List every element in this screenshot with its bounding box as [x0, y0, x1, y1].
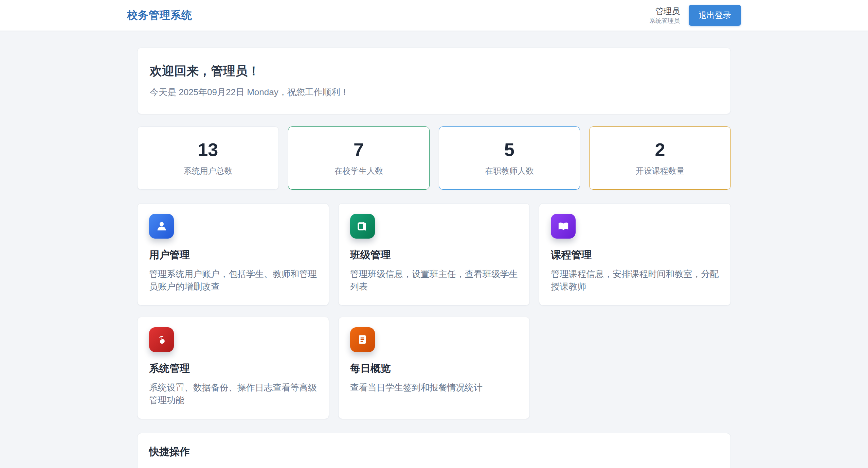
stat-label: 开设课程数量	[596, 166, 724, 176]
feature-description: 查看当日学生签到和报餐情况统计	[350, 381, 518, 394]
quick-actions-card: 快捷操作 添加用户 数据备份 查看日志	[137, 433, 731, 468]
logout-button[interactable]: 退出登录	[689, 5, 741, 26]
stat-value: 5	[446, 139, 573, 160]
stat-label: 系统用户总数	[144, 166, 272, 176]
stat-label: 在校学生人数	[295, 166, 422, 176]
user-icon	[149, 214, 174, 239]
open-book-icon	[551, 214, 576, 239]
divider	[149, 467, 719, 467]
stats-grid: 13 系统用户总数 7 在校学生人数 5 在职教师人数 2 开设课程数量	[137, 126, 731, 190]
quick-actions-title: 快捷操作	[149, 445, 719, 459]
stat-value: 13	[144, 139, 272, 160]
feature-description: 管理班级信息，设置班主任，查看班级学生列表	[350, 268, 518, 293]
feature-card-class-management[interactable]: 班级管理 管理班级信息，设置班主任，查看班级学生列表	[338, 203, 530, 306]
daily-report-icon	[350, 327, 375, 352]
feature-title: 系统管理	[149, 362, 317, 376]
user-info: 管理员 系统管理员	[649, 6, 680, 25]
feature-title: 用户管理	[149, 248, 317, 262]
user-role: 系统管理员	[649, 17, 680, 25]
app-title: 校务管理系统	[127, 8, 192, 22]
feature-card-course-management[interactable]: 课程管理 管理课程信息，安排课程时间和教室，分配授课教师	[539, 203, 731, 306]
classroom-door-icon	[350, 214, 375, 239]
feature-title: 班级管理	[350, 248, 518, 262]
stat-card-students: 7 在校学生人数	[288, 126, 430, 190]
stat-card-courses: 2 开设课程数量	[589, 126, 731, 190]
feature-card-daily-overview[interactable]: 每日概览 查看当日学生签到和报餐情况统计	[338, 317, 530, 419]
app-header: 校务管理系统 管理员 系统管理员 退出登录	[0, 0, 868, 31]
stat-value: 7	[295, 139, 422, 160]
welcome-card: 欢迎回来，管理员！ 今天是 2025年09月22日 Monday，祝您工作顺利！	[137, 48, 731, 114]
stat-value: 2	[596, 139, 724, 160]
stat-card-users: 13 系统用户总数	[137, 126, 279, 190]
welcome-subtitle: 今天是 2025年09月22日 Monday，祝您工作顺利！	[150, 86, 718, 98]
feature-description: 管理课程信息，安排课程时间和教室，分配授课教师	[551, 268, 719, 293]
feature-description: 系统设置、数据备份、操作日志查看等高级管理功能	[149, 381, 317, 406]
stat-card-teachers: 5 在职教师人数	[439, 126, 580, 190]
welcome-title: 欢迎回来，管理员！	[150, 63, 718, 80]
user-name: 管理员	[649, 6, 680, 16]
features-grid: 用户管理 管理系统用户账户，包括学生、教师和管理员账户的增删改查 班级管理 管理…	[137, 203, 731, 419]
feature-title: 每日概览	[350, 362, 518, 376]
stat-label: 在职教师人数	[446, 166, 573, 176]
feature-title: 课程管理	[551, 248, 719, 262]
system-tools-icon	[149, 327, 174, 352]
feature-description: 管理系统用户账户，包括学生、教师和管理员账户的增删改查	[149, 268, 317, 293]
dashboard-main: 欢迎回来，管理员！ 今天是 2025年09月22日 Monday，祝您工作顺利！…	[137, 31, 731, 468]
feature-card-user-management[interactable]: 用户管理 管理系统用户账户，包括学生、教师和管理员账户的增删改查	[137, 203, 329, 306]
feature-card-system-management[interactable]: 系统管理 系统设置、数据备份、操作日志查看等高级管理功能	[137, 317, 329, 419]
